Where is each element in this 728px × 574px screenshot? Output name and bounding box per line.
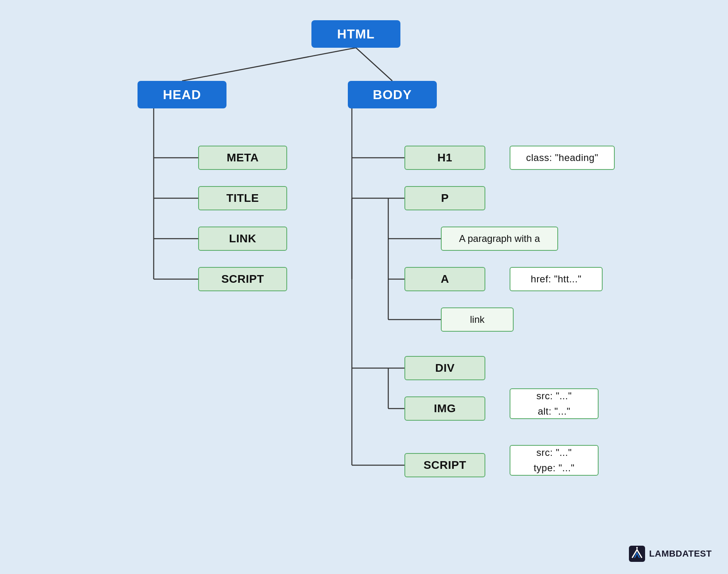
node-body: BODY <box>348 81 437 108</box>
diagram-container: HTML HEAD BODY META TITLE LINK SCRIPT H1… <box>0 0 728 574</box>
node-img-attr: src: "..." alt: "..." <box>510 388 599 419</box>
node-meta: META <box>198 146 287 170</box>
node-link: LINK <box>198 227 287 251</box>
node-title: TITLE <box>198 186 287 210</box>
node-script-head: SCRIPT <box>198 267 287 291</box>
node-head: HEAD <box>138 81 226 108</box>
node-img: IMG <box>404 396 485 421</box>
node-script-body: SCRIPT <box>404 453 485 477</box>
node-p: P <box>404 186 485 210</box>
node-a-text: link <box>441 307 514 332</box>
lambdatest-logo-text: LAMBDATEST <box>649 549 712 559</box>
node-h1: H1 <box>404 146 485 170</box>
node-a: A <box>404 267 485 291</box>
node-h1-attr: class: "heading" <box>510 146 615 170</box>
svg-point-26 <box>636 547 638 549</box>
node-div: DIV <box>404 356 485 380</box>
node-a-attr: href: "htt..." <box>510 267 603 291</box>
node-html: HTML <box>311 20 400 48</box>
svg-line-1 <box>356 48 392 81</box>
lambdatest-logo-icon <box>629 546 645 562</box>
node-p-text: A paragraph with a <box>441 227 558 251</box>
lambdatest-logo: LAMBDATEST <box>629 546 712 562</box>
svg-line-0 <box>182 48 356 81</box>
node-script-body-attr: src: "..." type: "..." <box>510 445 599 476</box>
